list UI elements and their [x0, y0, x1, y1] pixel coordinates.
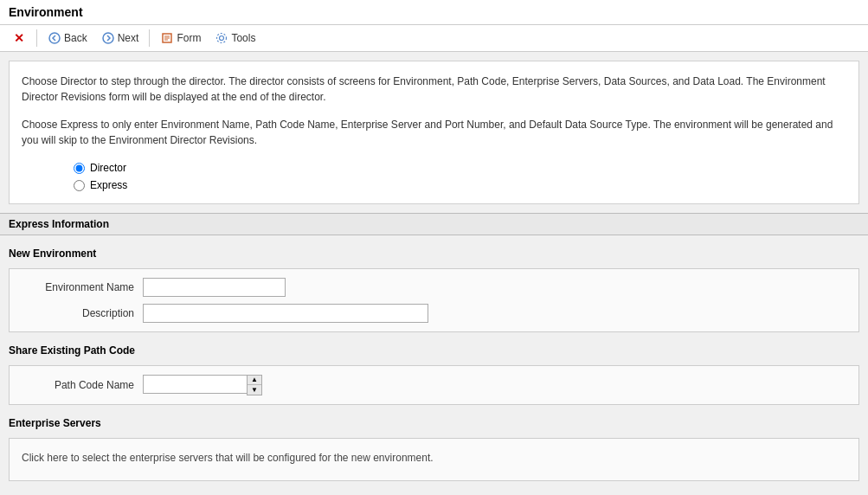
description-panel: Choose Director to step through the dire…: [9, 61, 859, 204]
spinner-up-button[interactable]: ▲: [248, 376, 261, 385]
toolbar-separator-2: [149, 29, 150, 47]
main-content: Choose Director to step through the dire…: [0, 61, 868, 481]
svg-point-6: [220, 36, 224, 41]
director-radio-item[interactable]: Director: [74, 162, 846, 174]
new-environment-form: Environment Name Description: [9, 268, 859, 332]
back-button[interactable]: Back: [42, 29, 93, 48]
path-code-row: Path Code Name ▲ ▼: [22, 375, 846, 395]
new-environment-section: New Environment Environment Name Descrip…: [9, 244, 859, 332]
enterprise-hint[interactable]: Click here to select the enterprise serv…: [22, 452, 434, 464]
page-title: Environment: [0, 0, 868, 25]
mode-radio-group: Director Express: [22, 162, 846, 191]
express-radio-item[interactable]: Express: [74, 179, 846, 191]
description-input[interactable]: [143, 304, 428, 323]
path-code-spinner: ▲ ▼: [143, 375, 262, 395]
next-button[interactable]: Next: [96, 29, 145, 48]
express-radio[interactable]: [74, 180, 85, 191]
form-icon: [160, 31, 174, 45]
next-icon: [101, 31, 115, 45]
director-radio[interactable]: [74, 163, 85, 174]
express-radio-label: Express: [90, 179, 127, 191]
description-label: Description: [22, 307, 143, 319]
description-paragraph2: Choose Express to only enter Environment…: [22, 117, 846, 148]
toolbar: ✕ Back Next Form: [0, 25, 868, 52]
director-radio-label: Director: [90, 162, 126, 174]
back-icon: [48, 31, 61, 45]
spinner-buttons: ▲ ▼: [247, 375, 262, 395]
path-code-title: Share Existing Path Code: [9, 341, 859, 360]
svg-point-0: [49, 33, 60, 43]
description-paragraph1: Choose Director to step through the dire…: [22, 74, 846, 105]
env-name-row: Environment Name: [22, 278, 846, 297]
back-label: Back: [64, 32, 87, 44]
env-name-label: Environment Name: [22, 281, 143, 293]
svg-point-7: [217, 34, 227, 43]
close-button[interactable]: ✕: [7, 29, 31, 48]
env-name-input[interactable]: [143, 278, 286, 297]
path-code-label: Path Code Name: [22, 379, 143, 391]
express-info-header: Express Information: [0, 213, 868, 235]
tools-label: Tools: [231, 32, 255, 44]
tools-icon: [215, 31, 228, 45]
next-label: Next: [118, 32, 139, 44]
path-code-input[interactable]: [143, 375, 247, 394]
tools-button[interactable]: Tools: [209, 29, 260, 48]
form-button[interactable]: Form: [155, 29, 206, 48]
svg-point-1: [103, 33, 113, 43]
enterprise-box: Click here to select the enterprise serv…: [9, 438, 859, 481]
path-code-form: Path Code Name ▲ ▼: [9, 365, 859, 405]
form-label: Form: [177, 32, 201, 44]
close-icon: ✕: [12, 31, 26, 45]
description-row: Description: [22, 304, 846, 323]
enterprise-servers-title: Enterprise Servers: [9, 414, 859, 433]
path-code-section: Share Existing Path Code Path Code Name …: [9, 341, 859, 405]
toolbar-separator: [36, 29, 37, 47]
spinner-down-button[interactable]: ▼: [248, 385, 261, 395]
new-environment-title: New Environment: [9, 244, 859, 263]
enterprise-servers-section: Enterprise Servers Click here to select …: [9, 414, 859, 481]
